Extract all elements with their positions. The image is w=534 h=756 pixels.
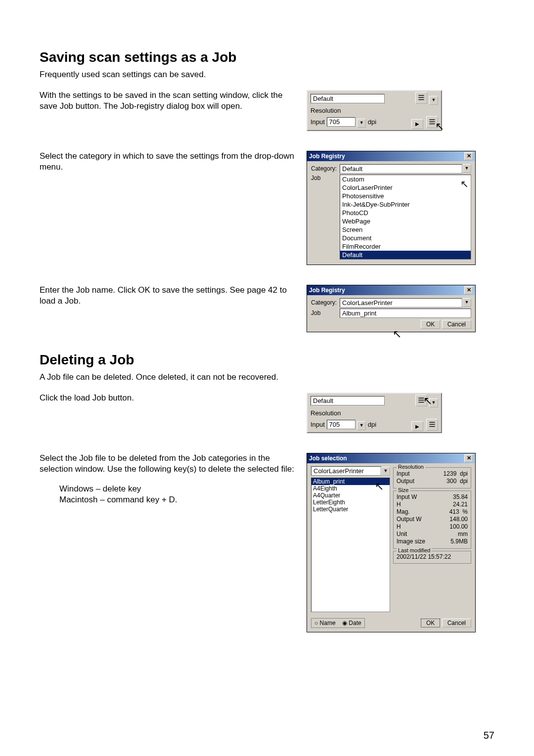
mag-unit: % (462, 508, 468, 515)
svg-rect-11 (429, 426, 435, 426)
step1-delete-text: Click the load Job button. (40, 393, 307, 403)
load-job-icon[interactable] (415, 395, 427, 406)
svg-rect-8 (419, 401, 424, 402)
h1-val: 24.21 (453, 501, 468, 508)
arrow-right-icon[interactable]: ▶ (411, 119, 423, 129)
job-registry-dialog-named: Job Registry ✕ Category: ColorLaserPrint… (307, 285, 476, 332)
list-item[interactable]: Custom (340, 175, 471, 183)
dpi-unit: dpi (368, 118, 376, 126)
svg-rect-6 (419, 398, 424, 398)
group-label: Resolution (397, 464, 425, 470)
dialog-title: Job Registry (309, 153, 345, 160)
list-item[interactable]: Document (340, 234, 471, 242)
h-label: H (397, 523, 401, 530)
dropdown-icon[interactable]: ▼ (357, 421, 366, 430)
category-label: Category: (311, 165, 340, 172)
job-label: Job (311, 310, 340, 316)
list-item[interactable]: Ink-Jet&Dye-SubPrinter (340, 200, 471, 209)
group-label: Last modified (397, 547, 432, 553)
outputw-val: 148.00 (449, 516, 468, 523)
job-list[interactable]: Album_print A4Eighth A4Quarter LetterEig… (311, 478, 390, 612)
cursor-icon: ↖ (393, 328, 401, 341)
res-output-label: Output (397, 478, 414, 485)
delete-key-mac: Macintosh – command key + D. (59, 494, 297, 505)
sort-name-radio[interactable]: ○ Name (314, 620, 336, 626)
resolution-label: Resolution (311, 107, 341, 114)
step2-text: Select the category in which to save the… (40, 151, 307, 173)
input-value[interactable]: 705 (327, 117, 356, 127)
list-item[interactable]: PhotoCD (340, 209, 471, 217)
chevron-down-icon[interactable]: ▼ (462, 164, 471, 173)
sort-date-radio[interactable]: ◉ Date (342, 620, 361, 626)
heading-deleting-job: Deleting a Job (40, 352, 494, 368)
dropdown-icon[interactable]: ▼ (357, 119, 366, 128)
arrow-right-icon[interactable]: ▶ (411, 421, 423, 431)
imgsize-label: Image size (397, 538, 425, 545)
outputw-label: Output W (397, 516, 422, 523)
dropdown-icon[interactable]: ▼ (429, 399, 438, 407)
h2-val: 100.00 (449, 523, 468, 530)
step1-text: With the settings to be saved in the sca… (40, 90, 307, 112)
svg-rect-10 (429, 424, 435, 424)
dpi-unit: dpi (368, 421, 376, 428)
category-select[interactable]: Default (340, 164, 462, 174)
ok-button[interactable]: OK (421, 320, 440, 329)
dropdown-icon[interactable]: ▼ (429, 96, 438, 105)
scan-default-field: Default (311, 94, 385, 103)
dpi-unit: dpi (460, 470, 468, 477)
list-item[interactable]: Default (340, 251, 471, 259)
chevron-down-icon[interactable]: ▼ (381, 467, 390, 476)
unit-label: Unit (397, 531, 407, 537)
close-icon[interactable]: ✕ (464, 152, 473, 160)
input-value[interactable]: 705 (327, 420, 356, 429)
category-label: Category: (311, 299, 340, 306)
save-job-icon[interactable] (426, 419, 438, 431)
cancel-button[interactable]: Cancel (442, 619, 471, 627)
dpi-unit: dpi (460, 478, 468, 485)
group-label: Size (397, 487, 410, 493)
list-item[interactable]: Album_print (312, 478, 390, 485)
svg-rect-4 (429, 122, 435, 122)
list-item[interactable]: A4Eighth (312, 485, 390, 492)
close-icon[interactable]: ✕ (464, 286, 473, 294)
category-select-value[interactable]: ColorLaserPrinter (311, 466, 381, 476)
job-registry-dialog-open: Job Registry ✕ Category: Default ▼ Job C… (307, 151, 476, 265)
job-selection-dialog: Job selection ✕ ColorLaserPrinter ▼ Albu… (307, 453, 476, 632)
mag-val: 413 (449, 508, 459, 515)
step3-text: Enter the Job name. Click OK to save the… (40, 285, 307, 307)
delete-key-windows: Windows – delete key (59, 484, 297, 494)
res-input-label: Input (397, 470, 410, 477)
input-label: Input (311, 421, 325, 428)
res-input-val: 1239 (444, 470, 457, 477)
ok-button[interactable]: OK (421, 619, 440, 627)
list-item[interactable]: Photosensitive (340, 192, 471, 200)
inputw-val: 35.84 (453, 493, 468, 500)
step2-delete-text: Select the Job file to be deleted from t… (40, 453, 297, 475)
intro-deleting-job: A Job file can be deleted. Once deleted,… (40, 372, 494, 383)
list-item[interactable]: WebPage (340, 217, 471, 225)
mag-label: Mag. (397, 508, 410, 515)
inputw-label: Input W (397, 493, 417, 500)
lastmod-val: 2002/11/22 15:57:22 (397, 553, 468, 560)
dialog-title: Job selection (309, 455, 347, 462)
list-item[interactable]: Screen (340, 225, 471, 234)
list-item[interactable]: ColorLaserPrinter (340, 183, 471, 192)
job-label: Job (311, 175, 340, 181)
job-name-input[interactable]: Album_print (340, 309, 471, 318)
input-label: Input (311, 118, 325, 126)
svg-rect-0 (419, 95, 424, 95)
res-output-val: 300 (446, 478, 456, 485)
list-item[interactable]: A4Quarter (312, 492, 390, 499)
list-item[interactable]: FilmRecorder (340, 242, 471, 251)
category-select-value[interactable]: ColorLaserPrinter (340, 298, 462, 308)
list-item[interactable]: LetterQuarter (312, 506, 390, 513)
save-job-icon[interactable] (426, 116, 438, 128)
cancel-button[interactable]: Cancel (442, 320, 471, 329)
close-icon[interactable]: ✕ (464, 454, 473, 462)
resolution-label: Resolution (311, 409, 341, 417)
svg-rect-1 (419, 97, 424, 98)
chevron-down-icon[interactable]: ▼ (462, 298, 471, 307)
load-job-icon[interactable] (415, 92, 427, 104)
list-item[interactable]: LetterEighth (312, 499, 390, 506)
imgsize-val: 5.9MB (450, 538, 468, 545)
